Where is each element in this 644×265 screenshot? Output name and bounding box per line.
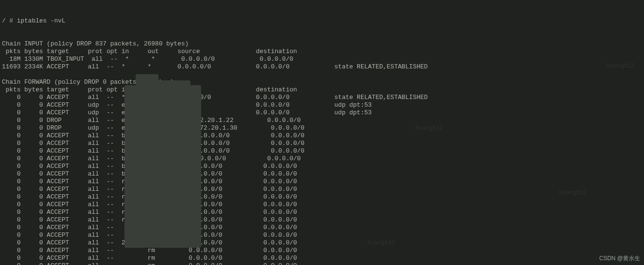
rule-row: 0 0 DROP all -- eth0 rm t a0 1/2.20.1.22… (2, 117, 644, 124)
rule-row: 0 0 ACCEPT all -- rm 0.0.0.0/0 0.0.0.0/0 (2, 254, 644, 262)
columns-header: pkts bytes target prot opt in out source… (2, 86, 644, 94)
rule-row: 0 0 ACCEPT all -- 2 rm 0.0.0.0/0 0.0.0.0… (2, 239, 644, 247)
rule-row: 0 0 ACCEPT all -- rr s0 rm 0.0.0.0/0 0.0… (2, 178, 644, 186)
rule-row: 0 0 ACCEPT all -- r is0 rmne 0.0.0.0/0 0… (2, 209, 644, 216)
rule-row: 0 0 ACCEPT all -- rm 0.0.0.0/0 0.0.0.0/0 (2, 262, 644, 265)
rule-row: 0 0 ACCEPT all -- br e0 r a3 0.0.0.0/0 0… (2, 155, 644, 163)
rule-row: 11693 2334K ACCEPT all -- * * 0.0.0.0/0 … (2, 63, 644, 71)
chain-header: Chain INPUT (policy DROP 837 packets, 26… (2, 40, 644, 48)
chain-blocks: Chain INPUT (policy DROP 837 packets, 26… (2, 40, 644, 265)
rule-row: 0 0 ACCEPT all -- br ge0 r d 5 0.0.0.0/0… (2, 170, 644, 178)
prompt-line: / # iptables -nvL (2, 17, 644, 25)
rule-row: 0 0 ACCEPT all -- r s0 rmn 0.0.0.0/0 0.0… (2, 193, 644, 201)
chain-header: Chain FORWARD (policy DROP 0 packets, 0 … (2, 78, 644, 86)
rule-row: 0 0 ACCEPT all -- brid e0 r ta0 0.0.0.0/… (2, 132, 644, 140)
blank-line (2, 71, 644, 78)
redaction-smudge (155, 80, 191, 102)
rule-row: 0 0 ACCEPT all -- rm 0.0.0.0/0 0.0.0.0/0 (2, 224, 644, 232)
rule-row: 0 0 ACCEPT all -- r is0 rmn 0.0.0.0/0 0.… (2, 216, 644, 224)
rule-row: 18M 1330M TBOX_INPUT all -- * * 0.0.0.0/… (2, 55, 644, 63)
rule-row: 0 0 DROP udp -- eth0 rm t ta0 172.20.1.3… (2, 124, 644, 132)
rule-row: 0 0 ACCEPT all -- bri 0 rm et ta1 0.0.0.… (2, 140, 644, 147)
rule-row: 0 0 ACCEPT all -- rm 0.0.0.0/0 0.0.0.0/0 (2, 247, 644, 254)
terminal-output: / # iptables -nvL Chain INPUT (policy DR… (0, 0, 644, 265)
columns-header: pkts bytes target prot opt in out source… (2, 48, 644, 55)
rule-row: 0 0 ACCEPT all -- r is0 rmne 0.0.0.0/0 0… (2, 201, 644, 209)
rule-row: 0 0 ACCEPT all -- rm s0 rm. 0.0.0.0/0 0.… (2, 186, 644, 193)
rule-row: 0 0 ACCEPT all -- bri e0 r ta2 0.0.0.0/0… (2, 147, 644, 155)
rule-row: 0 0 ACCEPT all -- * * 0.0.0.0/0 0.0.0.0/… (2, 94, 644, 101)
csdn-watermark: CSDN @黄水生 (599, 254, 640, 262)
rule-row: 0 0 ACCEPT udp -- eth0 * 1 0.0.0.0/0 udp… (2, 109, 644, 117)
rule-row: 0 0 ACCEPT all -- br e0 r 4 0.0.0.0/0 0.… (2, 163, 644, 170)
rule-row: 0 0 ACCEPT udp -- eth0 * 0.0.0.0/0 udp d… (2, 101, 644, 109)
redaction-smudge (124, 85, 201, 248)
rule-row: 0 0 ACCEPT all -- rm t 0.0.0.0/0 0.0.0.0… (2, 232, 644, 239)
